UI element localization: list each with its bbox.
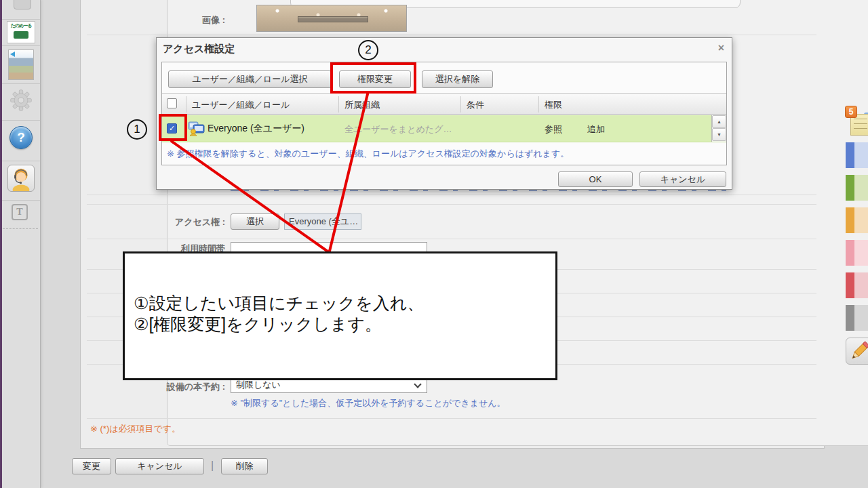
annotation-step1-circle: 1 — [127, 119, 147, 140]
column-header-user: ユーザー／組織／ロール — [192, 99, 290, 111]
pencil-icon[interactable] — [846, 338, 868, 365]
gear-icon[interactable] — [9, 88, 33, 113]
annotation-step2-circle: 2 — [358, 40, 378, 60]
annotation-note-box: ①設定したい項目にチェックを入れ、 ②[権限変更]をクリックします。 — [123, 251, 557, 380]
tanomeru-logo-figures — [14, 31, 28, 39]
access-select-button[interactable]: 選択 — [231, 214, 279, 230]
color-swatch-red[interactable] — [846, 272, 868, 298]
select-users-button[interactable]: ユーザー／組織／ロール選択 — [168, 70, 332, 88]
table-row[interactable]: ✓ Everyone (全ユーザー) 全ユーザーをまとめたグ… 参照 追加 ▲ … — [162, 115, 726, 142]
annotation-note-line2: ②[権限変更]をクリックします。 — [134, 314, 555, 335]
close-icon[interactable]: × — [718, 42, 724, 54]
row-permission-add: 追加 — [587, 123, 605, 136]
memo-count-badge: 5 — [845, 106, 857, 118]
memo-icon[interactable]: 5 — [846, 107, 868, 138]
tanomeru-logo-text: たのめーる — [7, 22, 35, 29]
support-operator-icon[interactable] — [7, 165, 35, 192]
color-swatch-orange[interactable] — [846, 207, 868, 233]
change-button[interactable]: 変更 — [72, 458, 111, 474]
chevron-down-icon — [414, 380, 421, 388]
scroll-down-button[interactable]: ▼ — [712, 128, 726, 141]
cropped-app-icon[interactable] — [14, 0, 31, 9]
image-field-label: 画像 : — [151, 14, 225, 26]
left-sidebar: たのめーる — [0, 0, 41, 488]
help-question-mark: ? — [17, 130, 25, 145]
list-scrollbar[interactable]: ▲ ▼ — [711, 115, 726, 142]
color-swatch-pink[interactable] — [846, 240, 868, 266]
dialog-cancel-button[interactable]: キャンセル — [639, 171, 726, 187]
color-swatch-blue[interactable] — [846, 142, 868, 168]
help-icon[interactable]: ? — [9, 126, 33, 149]
color-swatch-green[interactable] — [846, 175, 868, 201]
annotation-checkbox-highlight — [159, 114, 187, 141]
annotation-button-highlight — [330, 62, 416, 94]
select-all-checkbox[interactable] — [167, 98, 177, 108]
dialog-title: アクセス権設定 — [163, 43, 235, 56]
thumbnail-ceiling-vent — [298, 16, 368, 22]
text-tool-icon[interactable]: T — [12, 204, 28, 220]
delete-button[interactable]: 削除 — [221, 458, 268, 474]
group-icon — [188, 121, 205, 136]
reservation-note: ※ "制限する"とした場合、仮予定以外を予約することができません。 — [231, 397, 506, 409]
row-permission-view: 参照 — [545, 123, 562, 136]
app-window: たのめーる — [0, 0, 868, 488]
column-header-permission: 権限 — [545, 99, 562, 111]
reservation-selected-value: 制限しない — [236, 379, 281, 391]
dialog-note: ※ 参照権限を解除すると、対象のユーザー、組織、ロールはアクセス権設定の対象から… — [167, 148, 569, 160]
photo-banner-icon[interactable] — [8, 49, 34, 80]
dialog-list-panel: ユーザー／組織／ロール選択 権限変更 選択を解除 ユーザー／組織／ロール 所属組… — [161, 62, 727, 165]
access-rights-dialog: アクセス権設定 × ユーザー／組織／ロール選択 権限変更 選択を解除 ユーザー／… — [156, 37, 732, 190]
row-user-name: Everyone (全ユーザー) — [208, 123, 304, 135]
annotation-note-line1: ①設定したい項目にチェックを入れ、 — [134, 293, 555, 314]
access-rights-label: アクセス権 : — [151, 216, 225, 228]
tanomeru-app-icon[interactable]: たのめーる — [7, 21, 35, 43]
sidebar-accent-stripe — [0, 0, 2, 488]
required-fields-note: ※ (*)は必須項目です。 — [90, 423, 180, 435]
scroll-up-button[interactable]: ▲ — [712, 115, 726, 128]
facility-image-thumbnail — [256, 5, 407, 32]
clear-selection-button[interactable]: 選択を解除 — [422, 70, 493, 88]
right-sidebar: 5 — [826, 0, 868, 488]
sidebar-dashed-divider — [3, 228, 38, 229]
reservation-label: 設備の本予約 : — [151, 381, 225, 393]
footer-divider: | — [211, 460, 214, 472]
table-header-row: ユーザー／組織／ロール 所属組織 条件 権限 — [162, 93, 726, 115]
column-header-condition: 条件 — [467, 99, 484, 111]
ok-button[interactable]: OK — [558, 171, 633, 187]
footer-cancel-button[interactable]: キャンセル — [115, 458, 204, 474]
color-swatch-gray[interactable] — [846, 305, 868, 331]
